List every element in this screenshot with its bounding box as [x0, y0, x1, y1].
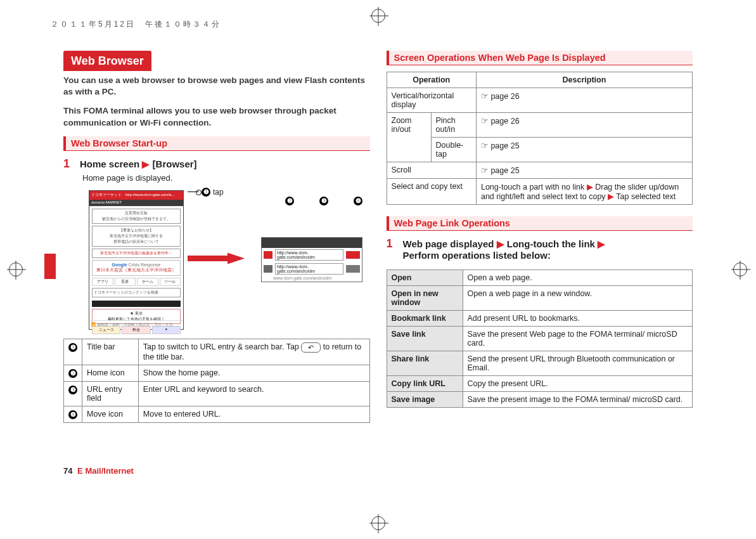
url-field-sample-2: http://www.dcm-gate.com/androidm [275, 263, 343, 275]
url-field-sample: http://www.dcm-gate.com/androidm [275, 249, 343, 261]
link-step-a: Web page displayed [403, 238, 494, 249]
k-save-image: Save image [387, 392, 463, 408]
circled-2: ❷ [68, 369, 77, 378]
op-select: Select and copy text [387, 179, 476, 205]
cell-title-bar-desc: Tap to switch to URL entry & search bar.… [138, 339, 369, 365]
bookmark-icon [264, 265, 272, 273]
circled-3: ❸ [68, 386, 77, 394]
phone-screenshot: ドコモマーケット http://www.dcm-gate.com/a... do… [89, 190, 184, 330]
k-save-link: Save link [387, 327, 463, 351]
section-heading: Web Browser [63, 51, 151, 71]
registration-mark-bottom [371, 516, 385, 530]
circled-3-icon: ❸ [319, 197, 328, 205]
intro-text-2: This FOMA terminal allows you to use web… [63, 105, 370, 128]
op-scroll-desc: ☞ page 25 [476, 162, 692, 179]
left-column: Web Browser You can use a web browser to… [63, 51, 370, 488]
subheading-screen-ops: Screen Operations When Web Page Is Displ… [387, 51, 693, 65]
screen-ops-table: Operation Description Vertical/horizonta… [387, 72, 693, 205]
circled-4-icon: ❹ [354, 197, 362, 205]
step-text: Home screen ▶ [Browser] [80, 159, 197, 170]
link-step-1: 1 Web page displayed ▶ Long-touch the li… [387, 237, 693, 261]
op-vh-display: Vertical/horizontal display [387, 88, 476, 113]
circled-4: ❹ [68, 410, 77, 419]
print-timestamp: ２０１１年5月12日 午後１０時３４分 [51, 19, 221, 30]
v-open: Open a web page. [463, 270, 693, 286]
k-open-new: Open in new window [387, 286, 463, 311]
op-pinch: Pinch out/in [431, 113, 476, 138]
link-step-text: Web page displayed ▶ Long-touch the link… [403, 238, 606, 261]
side-tab [44, 254, 56, 279]
page-number: 74 [63, 466, 72, 476]
cell-title-bar: Title bar [82, 339, 139, 365]
cell-move-icon: Move icon [82, 406, 139, 422]
k-share: Share link [387, 351, 463, 376]
desc-part1: Tap to switch to URL entry & search bar.… [143, 342, 299, 351]
registration-mark-left [9, 263, 23, 276]
link-step-c: Perform operations listed below: [403, 250, 551, 261]
cell-home-icon: Home icon [82, 365, 139, 381]
v-save-link: Save the present Web page to the FOMA te… [463, 327, 693, 351]
phone-title-bar: ドコモマーケット http://www.dcm-gate.com/a... [89, 191, 183, 200]
cell-url-field: URL entry field [82, 381, 139, 406]
cell-move-desc: Move to entered URL. [138, 406, 369, 422]
subheading-startup: Web Browser Start-up [63, 136, 370, 151]
page-footer: 74 E Mail/Internet [63, 466, 134, 476]
intro-text-1: You can use a web browser to browse web … [63, 75, 370, 98]
section-name: E Mail/Internet [77, 466, 134, 476]
op-scroll: Scroll [387, 162, 476, 179]
url-subtext: www.dcm-gate.com/androidm [262, 276, 362, 282]
step-text-b: [Browser] [153, 159, 197, 169]
triangle-icon: ▶ [598, 238, 605, 249]
right-column: Screen Operations When Web Page Is Displ… [387, 51, 693, 488]
step-text-a: Home screen [80, 159, 139, 169]
phone-nav-bar: docomo MARKET [89, 200, 183, 206]
registration-mark-right [733, 263, 747, 276]
th-description: Description [476, 72, 692, 88]
link-step-b: Long-touch the link [507, 238, 595, 249]
k-bookmark: Bookmark link [387, 311, 463, 327]
home-icon [264, 251, 272, 259]
op-vh-desc: ☞ page 26 [476, 88, 692, 113]
go-icon [346, 251, 360, 259]
v-bookmark: Add present URL to bookmarks. [463, 311, 693, 327]
v-open-new: Open a web page in a new window. [463, 286, 693, 311]
step-1: 1 Home screen ▶ [Browser] [63, 157, 370, 171]
more-icon [346, 265, 360, 273]
k-copy-url: Copy link URL [387, 376, 463, 392]
v-share: Send the present URL through Bluetooth c… [463, 351, 693, 376]
url-bar-zoom: http://www.dcm-gate.com/androidm http://… [261, 237, 362, 282]
op-doubletap-desc: ☞ page 25 [476, 138, 692, 162]
triangle-icon: ▶ [142, 159, 150, 169]
step-number: 1 [63, 157, 72, 171]
op-pinch-desc: ☞ page 26 [476, 113, 692, 138]
op-select-desc: Long-touch a part with no link ▶ Drag th… [476, 179, 692, 205]
cell-url-desc: Enter URL and keyword to search. [138, 381, 369, 406]
link-step-number: 1 [387, 237, 395, 250]
callout-1: ❶ tap [188, 188, 362, 197]
circled-2-icon: ❷ [285, 197, 294, 205]
link-ops-table: OpenOpen a web page. Open in new windowO… [387, 270, 693, 408]
th-operation: Operation [387, 72, 476, 88]
op-doubletap: Double-tap [431, 138, 476, 162]
v-save-image: Save the present image to the FOMA termi… [463, 392, 693, 408]
back-key-icon: ↶ [301, 342, 321, 353]
cell-home-desc: Show the home page. [138, 365, 369, 381]
subheading-link-ops: Web Page Link Operations [387, 216, 693, 231]
op-zoom: Zoom in/out [387, 113, 431, 162]
step-description: Home page is displayed. [82, 173, 370, 183]
callout-tap-label: tap [213, 188, 224, 197]
registration-mark-top [371, 9, 385, 23]
k-open: Open [387, 270, 463, 286]
ui-parts-table: ❶ Title bar Tap to switch to URL entry &… [63, 339, 370, 423]
circled-1: ❶ [68, 343, 77, 352]
page-content: Web Browser You can use a web browser to… [63, 51, 693, 488]
arrow-icon [188, 252, 245, 264]
triangle-icon: ▶ [497, 238, 504, 249]
v-copy-url: Copy the present URL. [463, 376, 693, 392]
circled-1-icon: ❶ [202, 188, 210, 197]
browser-figure: ドコモマーケット http://www.dcm-gate.com/a... do… [89, 190, 370, 330]
